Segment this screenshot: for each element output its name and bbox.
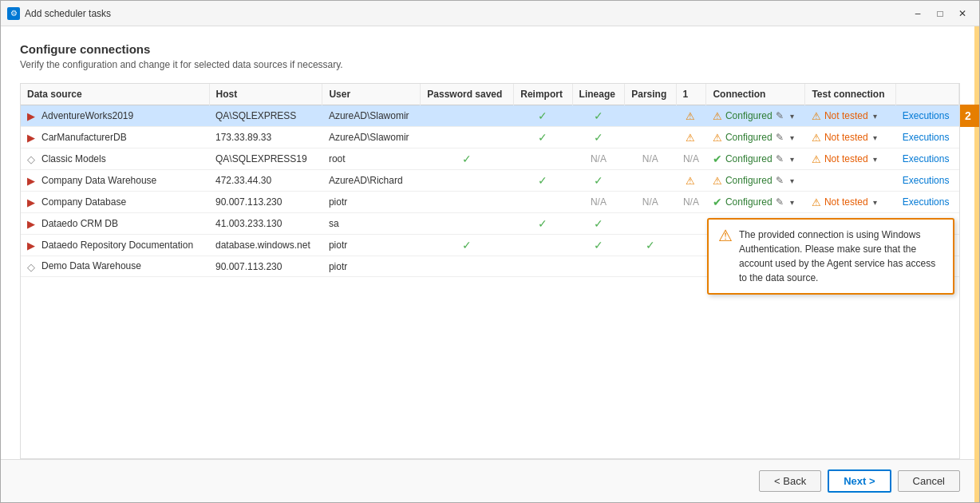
- test-cell: ⚠Not tested▾: [805, 127, 896, 149]
- table-row[interactable]: ▶Company Data Warehouse 472.33.44.30 Azu…: [21, 170, 959, 192]
- lineage-na: N/A: [591, 153, 607, 164]
- lineage-check: ✓: [594, 217, 603, 230]
- password-cell: [421, 256, 514, 277]
- connection-cell: ⚠Configured✎▾: [706, 127, 805, 149]
- minimize-button[interactable]: –: [907, 6, 928, 22]
- tooltip-warn-icon: ⚠: [718, 228, 733, 244]
- dropdown-arrow[interactable]: ▾: [790, 133, 794, 142]
- next-button[interactable]: Next >: [828, 469, 891, 493]
- lineage-cell: ✓: [572, 213, 625, 235]
- col-exec: [896, 84, 959, 105]
- step-badge: 2: [957, 105, 979, 127]
- executions-link[interactable]: Executions: [903, 175, 950, 186]
- executions-link[interactable]: Executions: [903, 196, 950, 208]
- reimport-cell: ✓: [514, 170, 572, 192]
- test-warn-icon: ⚠: [812, 110, 821, 122]
- cancel-button[interactable]: Cancel: [898, 470, 960, 492]
- parsing-cell: [625, 127, 676, 149]
- maximize-button[interactable]: □: [930, 6, 950, 22]
- executions-link[interactable]: Executions: [903, 132, 950, 143]
- dropdown-arrow[interactable]: ▾: [790, 176, 794, 185]
- edit-icon[interactable]: ✎: [776, 175, 784, 186]
- host-cell: QA\SQLEXPRESS19: [209, 149, 322, 170]
- test-dropdown[interactable]: ▾: [873, 112, 877, 121]
- col-lineage: Lineage: [572, 84, 625, 105]
- test-dropdown[interactable]: ▾: [873, 198, 877, 207]
- col1-cell: N/A: [676, 192, 706, 213]
- test-dropdown[interactable]: ▾: [873, 133, 877, 142]
- col-1: 1: [676, 84, 706, 105]
- reimport-cell: [514, 256, 572, 277]
- ds-name: Company Database: [41, 196, 126, 208]
- reimport-cell: [514, 235, 572, 256]
- test-warn-icon: ⚠: [812, 153, 821, 165]
- edit-icon[interactable]: ✎: [776, 153, 784, 164]
- test-status: Not tested: [824, 132, 868, 143]
- lineage-check: ✓: [594, 109, 603, 122]
- user-cell: root: [322, 149, 421, 170]
- connection-status: Configured: [725, 196, 773, 208]
- user-cell: AzureAD\Slawomir: [322, 127, 421, 149]
- user-cell: piotr: [322, 235, 421, 256]
- col-user: User: [322, 84, 421, 105]
- datasource-icon: ◇: [27, 153, 38, 164]
- table-row[interactable]: ▶CarManufacturerDB 173.33.89.33 AzureAD\…: [21, 127, 959, 149]
- connection-cell: ✔Configured✎▾: [706, 149, 805, 170]
- host-cell: QA\SQLEXPRESS: [209, 105, 322, 127]
- col1-cell: N/A: [676, 149, 706, 170]
- dropdown-arrow[interactable]: ▾: [790, 198, 794, 207]
- content-area: Configure connections Verify the configu…: [1, 26, 979, 459]
- col-reimport: Reimport: [514, 84, 572, 105]
- reimport-check: ✓: [538, 109, 547, 122]
- dropdown-arrow[interactable]: ▾: [790, 155, 794, 164]
- datasource-icon: ▶: [27, 175, 38, 186]
- col1-warn: ⚠: [686, 110, 695, 122]
- table-header-row: Data source Host User Password saved Rei…: [21, 84, 959, 105]
- datasource-icon: ▶: [27, 196, 38, 208]
- host-cell: 90.007.113.230: [209, 256, 322, 277]
- reimport-cell: [514, 192, 572, 213]
- reimport-check: ✓: [538, 131, 547, 144]
- ds-name: Demo Data Warehouse: [41, 260, 141, 271]
- parsing-cell: N/A: [625, 149, 676, 170]
- table-row[interactable]: ▶Company Database 90.007.113.230 piotr N…: [21, 192, 959, 213]
- parsing-cell: [625, 170, 676, 192]
- password-check: ✓: [462, 152, 472, 165]
- close-button[interactable]: ✕: [952, 6, 973, 22]
- parsing-cell: N/A: [625, 192, 676, 213]
- col1-cell: [676, 235, 706, 256]
- password-cell: [421, 213, 514, 235]
- test-cell: [805, 170, 896, 192]
- page-title: Configure connections: [20, 42, 960, 56]
- executions-cell: Executions: [896, 127, 959, 149]
- dropdown-arrow[interactable]: ▾: [790, 112, 794, 121]
- ds-name: Dataedo Repository Documentation: [41, 240, 193, 251]
- col1-warn: ⚠: [686, 175, 695, 187]
- tooltip-content: ⚠ The provided connection is using Windo…: [718, 228, 943, 285]
- executions-link[interactable]: Executions: [903, 153, 950, 164]
- col1-na: N/A: [683, 196, 699, 208]
- edit-icon[interactable]: ✎: [776, 196, 784, 208]
- user-cell: AzureAD\Slawomir: [322, 105, 421, 127]
- executions-cell: Executions: [896, 170, 959, 192]
- datasource-icon: ◇: [27, 261, 38, 272]
- lineage-cell: ✓: [572, 127, 625, 149]
- ok-icon: ✔: [713, 152, 722, 165]
- title-bar: ⚙ Add scheduler tasks – □ ✕: [1, 1, 979, 26]
- back-button[interactable]: < Back: [759, 470, 821, 492]
- datasource-icon: ▶: [27, 240, 38, 251]
- test-dropdown[interactable]: ▾: [873, 155, 877, 164]
- col-connection: Connection: [706, 84, 805, 105]
- col1-cell: ⚠: [676, 127, 706, 149]
- edit-icon[interactable]: ✎: [776, 132, 784, 143]
- table-row[interactable]: ▶AdventureWorks2019 QA\SQLEXPRESS AzureA…: [21, 105, 959, 127]
- warn-icon: ⚠: [713, 175, 722, 187]
- lineage-check: ✓: [594, 239, 603, 252]
- edit-icon[interactable]: ✎: [776, 110, 784, 121]
- host-cell: 472.33.44.30: [209, 170, 322, 192]
- executions-link[interactable]: Executions: [903, 110, 950, 121]
- table-row[interactable]: ◇Classic Models QA\SQLEXPRESS19 root ✓ N…: [21, 149, 959, 170]
- host-cell: 90.007.113.230: [209, 192, 322, 213]
- parsing-na: N/A: [642, 153, 658, 164]
- password-cell: [421, 170, 514, 192]
